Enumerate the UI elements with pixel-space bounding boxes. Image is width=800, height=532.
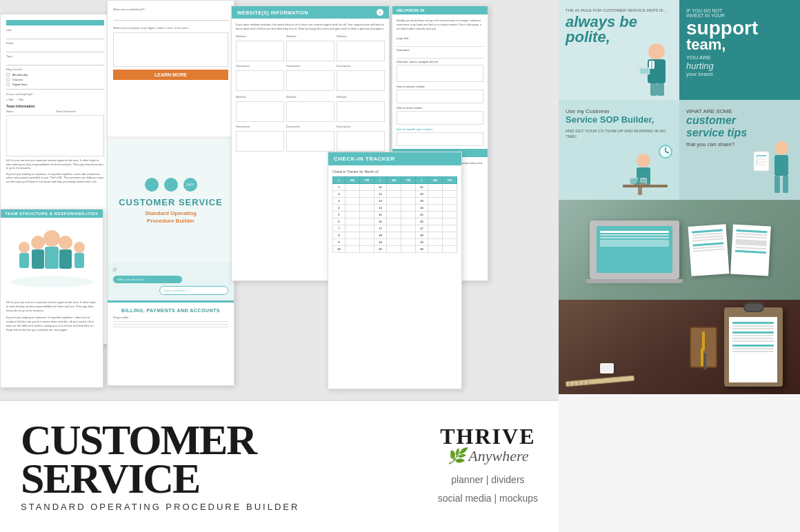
form-line [6, 47, 104, 52]
tracker-table: # AM PM # AM PM # AM PM [332, 176, 457, 253]
tracker-cell [401, 198, 416, 205]
tracker-cell [401, 218, 416, 225]
sop-title: CUSTOMER SERVICE [119, 197, 223, 207]
tracker-subtitle: Check-in Tracker for Month of: [332, 170, 457, 174]
tips-big2: service tips [686, 127, 793, 139]
document-previews-area: Link: Email: Type: Blog Content Membersh… [0, 0, 559, 400]
polite-main: always be polite, [566, 14, 672, 45]
tagline-line1: planner | dividers [451, 474, 524, 485]
tracker-cell: 4 [333, 205, 346, 212]
tracker-cell [360, 198, 374, 205]
card-top-area: When was it established? What's your com… [108, 1, 234, 139]
checkbox-row: Membership [6, 73, 104, 76]
tracker-cell [401, 246, 416, 253]
tracker-cell: 29 [415, 239, 428, 246]
tracker-cell [443, 212, 457, 218]
support-line3: YOU ARE [686, 54, 793, 61]
tracker-cell: 14 [374, 205, 386, 212]
tracker-cell: 18 [374, 232, 386, 239]
section-title: Team Information [6, 104, 104, 108]
tracker-cell: 15 [374, 212, 386, 218]
svg-point-5 [43, 230, 60, 247]
doc-stack-2 [730, 224, 771, 276]
clipboard-shape [724, 307, 783, 387]
laptop-screen [597, 226, 672, 273]
svg-rect-4 [32, 249, 44, 269]
svg-point-29 [633, 183, 647, 187]
tracker-cell [443, 239, 457, 246]
chat-bubble: Hello, how can I help? [113, 276, 182, 283]
tracker-cell [386, 184, 401, 191]
document-stacks [690, 225, 770, 275]
tracker-cell [443, 205, 457, 212]
social-card-sop-promo: Use my Customer Service SOP Builder, AND… [559, 100, 679, 200]
title-line2: SERVICE [21, 455, 199, 502]
brand-anywhere-text: Anywhere [468, 447, 528, 465]
page-container: Link: Email: Type: Blog Content Membersh… [0, 0, 800, 532]
eraser [600, 363, 614, 374]
tagline: planner | dividers social media | mockup… [438, 471, 538, 507]
tracker-cell [360, 212, 374, 218]
form-line [6, 60, 104, 65]
billing-label: Responsible: [113, 316, 228, 319]
svg-text:✓: ✓ [755, 161, 758, 165]
pencil-holder [690, 327, 717, 368]
sop-promo-line1: Use my Customer [566, 108, 672, 114]
tracker-cell [401, 232, 416, 239]
svg-point-1 [19, 242, 30, 253]
tracker-cell: 12 [374, 191, 386, 198]
tracker-cell [428, 212, 442, 218]
tracker-cell: 21 [415, 184, 428, 191]
tracker-cell [360, 184, 374, 191]
svg-rect-34 [774, 176, 780, 193]
checkbox-row: Courses [6, 78, 104, 81]
tracker-cell [386, 218, 401, 225]
tracker-cell [386, 212, 401, 218]
tracker-cell [428, 184, 442, 191]
tracker-cell [443, 232, 457, 239]
sop-promo-line2: Service SOP Builder, [566, 114, 672, 125]
brand-name: THRIVE [440, 425, 535, 447]
form-line [6, 34, 104, 39]
polite-eyebrow: THE #1 RULE FOR CUSTOMER SERVICE REPS IS… [566, 8, 672, 12]
tracker-cell [360, 246, 374, 253]
svg-point-9 [74, 242, 85, 253]
checkin-header: CHECK-IN TRACKER [328, 152, 461, 165]
svg-point-11 [648, 43, 665, 60]
tracker-cell [345, 218, 359, 225]
form-label-link: Link: [6, 28, 104, 32]
tracker-cell: 7 [333, 225, 346, 232]
tracker-cell [428, 239, 442, 246]
tracker-cell: 11 [374, 184, 386, 191]
support-big: support [686, 19, 793, 37]
chat-bubble-right: I have a question... [159, 286, 228, 295]
bottom-branding: CUSTOMER SERVICE STANDARD OPERATING PROC… [0, 400, 559, 532]
tracker-cell [401, 212, 416, 218]
tracker-cell [386, 205, 401, 212]
tracker-cell [345, 246, 359, 253]
tagline-line2: social media | mockups [438, 493, 538, 504]
tracker-cell [428, 246, 442, 253]
tracker-cell [401, 191, 416, 198]
photo-mockup-laptop [559, 200, 800, 300]
billing-section: BILLING, PAYMENTS AND ACCOUNTS Responsib… [108, 300, 234, 335]
form-label-type: Type: [6, 54, 104, 58]
tracker-cell: 25 [415, 212, 428, 218]
svg-rect-16 [657, 83, 664, 96]
sop-subtitle1: Standard Operating [145, 210, 197, 216]
right-column: THE #1 RULE FOR CUSTOMER SERVICE REPS IS… [559, 0, 800, 400]
tracker-cell: 23 [415, 198, 428, 205]
tracker-cell [443, 184, 457, 191]
tracker-cell: 3 [333, 198, 346, 205]
doc-stack-1 [688, 224, 729, 276]
svg-rect-35 [783, 176, 788, 193]
tracker-cell: 30 [415, 246, 428, 253]
websites-desc: If you have multiple websites, the smart… [232, 19, 389, 34]
laptop-shape [590, 221, 679, 279]
tracker-cell [345, 225, 359, 232]
tracker-cell [360, 191, 374, 198]
tracker-cell [360, 239, 374, 246]
bottom-left-branding: CUSTOMER SERVICE STANDARD OPERATING PROC… [21, 421, 417, 512]
sop-main-title-area: 24/7 CUSTOMER SERVICE Standard Operating… [108, 139, 234, 263]
checkbox-row: Digital Store [6, 83, 104, 86]
